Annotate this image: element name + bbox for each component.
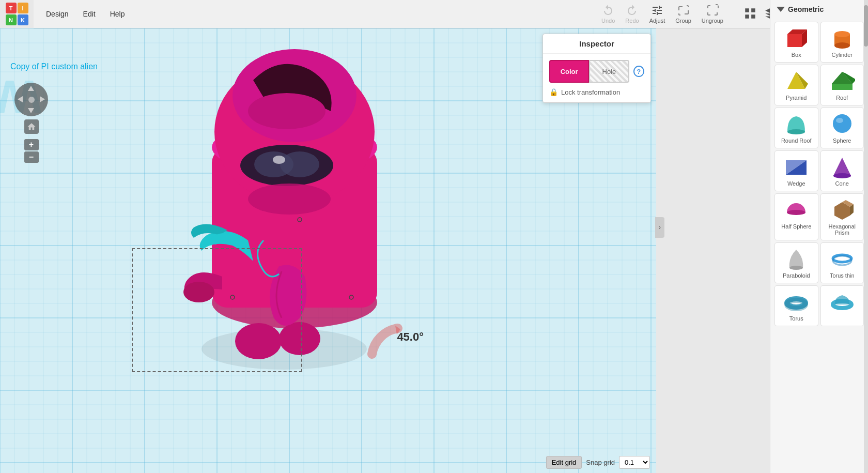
sidebar-section-label: Geometric	[788, 5, 824, 13]
logo-n: N	[6, 14, 17, 25]
shape-roof[interactable]: Roof	[820, 65, 864, 105]
menu-edit[interactable]: Edit	[76, 6, 103, 22]
shape-torus[interactable]: Torus	[774, 285, 818, 326]
inspector-help-button[interactable]: ?	[633, 66, 644, 77]
lock-icon: 🔒	[549, 88, 558, 96]
shape-torus-thin-label: Torus thin	[830, 272, 855, 279]
svg-marker-2	[18, 96, 23, 102]
redo-button[interactable]: Redo	[625, 4, 639, 24]
shape-round-roof[interactable]: Round Roof	[774, 108, 818, 148]
snap-grid-select[interactable]: 0.1 0.5 1.0	[619, 456, 650, 469]
svg-point-39	[833, 173, 851, 178]
svg-point-40	[787, 210, 805, 215]
logo[interactable]: T I N K	[0, 0, 34, 28]
right-scrollbar[interactable]	[864, 0, 868, 473]
shape-box[interactable]: Box	[774, 22, 818, 63]
toolbar: Undo Redo Adjust Group Ungroup	[601, 4, 723, 24]
right-sidebar: Geometric Box Cylinder	[770, 0, 868, 473]
redo-label: Redo	[625, 18, 639, 24]
ungroup-button[interactable]: Ungroup	[702, 4, 723, 24]
logo-k: K	[18, 14, 28, 25]
grid-view-button[interactable]	[742, 5, 758, 22]
shapes-grid: Box Cylinder Pyramid	[770, 19, 868, 329]
svg-marker-0	[28, 86, 34, 91]
shape-torus-thin[interactable]: Torus thin	[820, 242, 864, 283]
svg-rect-22	[787, 34, 802, 47]
nav-controls: + −	[14, 83, 48, 163]
menu-bar: Design Edit Help	[39, 6, 132, 22]
inspector-body: Color Hole ? 🔒 Lock transformation	[543, 54, 650, 102]
svg-point-35	[836, 118, 843, 123]
shape-box-label: Box	[792, 52, 801, 58]
pan-control[interactable]	[14, 83, 48, 116]
shape-wedge[interactable]: Wedge	[774, 150, 818, 191]
svg-marker-38	[833, 158, 851, 176]
logo-i: I	[18, 3, 28, 13]
svg-marker-3	[40, 96, 45, 102]
color-hole-row: Color Hole ?	[549, 60, 644, 83]
shape-paraboloid-label: Paraboloid	[783, 272, 810, 279]
lock-label: Lock transformation	[561, 88, 620, 96]
project-title: Copy of PI custom alien	[10, 62, 98, 71]
group-button[interactable]: Group	[675, 4, 691, 24]
edit-grid-button[interactable]: Edit grid	[546, 456, 582, 469]
shape-sphere[interactable]: Sphere	[820, 108, 864, 148]
inspector-title: Inspector	[543, 34, 650, 54]
zoom-in-button[interactable]: +	[24, 139, 39, 150]
ungroup-label: Ungroup	[702, 18, 723, 24]
shape-half-sphere[interactable]: Half Sphere	[774, 193, 818, 240]
shape-half-sphere-label: Half Sphere	[781, 223, 811, 230]
lock-row: 🔒 Lock transformation	[549, 88, 644, 96]
shape-paraboloid[interactable]: Paraboloid	[774, 242, 818, 283]
svg-point-44	[789, 266, 803, 270]
shape-roof-label: Roof	[836, 95, 848, 101]
collapse-sidebar-button[interactable]: ›	[655, 217, 664, 238]
topbar: T I N K Design Edit Help Undo Redo Adjus…	[0, 0, 868, 28]
inspector-panel: Inspector Color Hole ? 🔒 Lock transforma…	[542, 34, 651, 103]
zoom-out-button[interactable]: −	[24, 151, 39, 163]
svg-point-34	[833, 114, 851, 133]
snap-grid-control: Edit grid Snap grid 0.1 0.5 1.0	[546, 456, 650, 469]
shape-wedge-label: Wedge	[787, 180, 805, 187]
shape-cone[interactable]: Cone	[820, 150, 864, 191]
undo-button[interactable]: Undo	[601, 4, 615, 24]
hole-button[interactable]: Hole	[589, 60, 629, 83]
shape-cone-label: Cone	[835, 180, 849, 187]
shape-cylinder[interactable]: Cylinder	[820, 22, 864, 63]
svg-point-27	[834, 42, 850, 49]
home-view-button[interactable]	[24, 119, 39, 134]
svg-marker-1	[28, 108, 34, 113]
logo-t: T	[6, 3, 17, 13]
undo-label: Undo	[601, 18, 615, 24]
shape-hex-prism[interactable]: Hexagonal Prism	[820, 193, 864, 240]
shape-round-roof-label: Round Roof	[781, 138, 812, 144]
right-scroll-thumb[interactable]	[864, 5, 868, 47]
color-button[interactable]: Color	[549, 60, 589, 83]
svg-point-26	[834, 31, 850, 37]
sidebar-header: Geometric	[770, 0, 868, 19]
shape-cylinder-label: Cylinder	[832, 52, 853, 58]
shape-pyramid[interactable]: Pyramid	[774, 65, 818, 105]
group-label: Group	[675, 18, 691, 24]
snap-grid-label: Snap grid	[586, 459, 615, 466]
adjust-label: Adjust	[649, 18, 665, 24]
zoom-controls: + −	[24, 139, 39, 163]
sidebar-collapse-icon[interactable]	[777, 7, 785, 12]
svg-point-33	[787, 129, 805, 134]
menu-help[interactable]: Help	[103, 6, 132, 22]
angle-display: 45.0°	[397, 330, 424, 344]
shape-pyramid-label: Pyramid	[786, 95, 807, 101]
shape-hex-prism-label: Hexagonal Prism	[823, 223, 862, 236]
adjust-button[interactable]: Adjust	[649, 4, 665, 24]
shape-sphere-label: Sphere	[833, 138, 851, 144]
shape-14[interactable]	[820, 285, 864, 326]
menu-design[interactable]: Design	[39, 6, 76, 22]
shape-torus-label: Torus	[789, 315, 803, 322]
